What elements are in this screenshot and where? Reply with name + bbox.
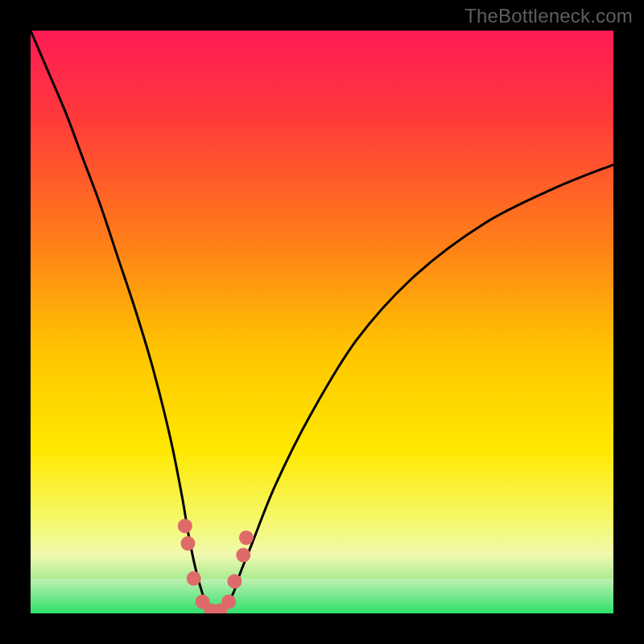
marker-dot: [227, 574, 242, 588]
marker-dot: [239, 530, 254, 545]
marker-dot: [221, 595, 236, 609]
marker-dot: [178, 518, 192, 533]
curve-layer: [31, 31, 613, 613]
marker-dot: [236, 548, 250, 563]
marker-dot: [187, 572, 201, 586]
marker-dot: [180, 536, 195, 551]
chart-frame: TheBottleneck.com: [0, 0, 644, 644]
bottleneck-curve: [31, 31, 613, 613]
plot-area: [31, 31, 613, 613]
watermark-text: TheBottleneck.com: [464, 5, 633, 27]
